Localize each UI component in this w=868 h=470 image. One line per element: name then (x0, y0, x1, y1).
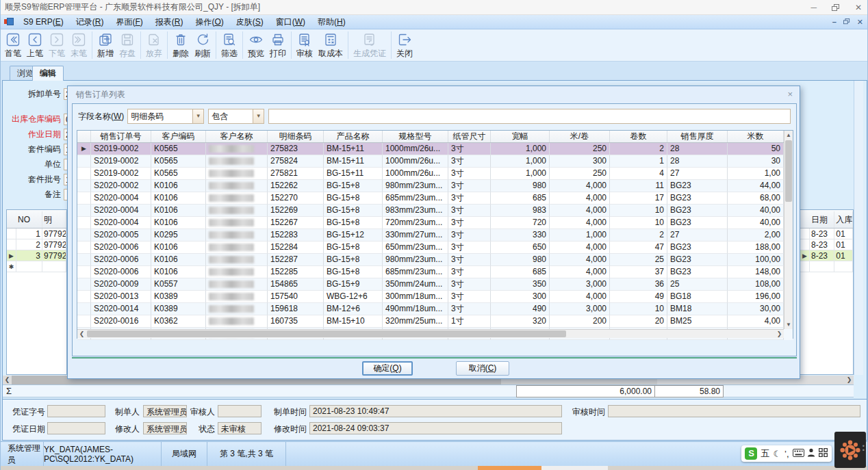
grid-row[interactable]: 8-2301 (800, 229, 853, 239)
toolbar-button-audit[interactable]: 审核 (294, 30, 316, 60)
main-vertical-scrollbar[interactable] (854, 81, 863, 375)
table-row[interactable]: S2020-0014K0389159618BM-12+6490mm/18um..… (77, 303, 793, 315)
cancel-button[interactable]: 取消(C) (456, 361, 509, 376)
filter-operator-select[interactable]: 包含 ▼ (208, 109, 264, 124)
scrollbar-thumb[interactable] (785, 140, 792, 202)
menu-item[interactable]: 操作(O) (189, 15, 229, 29)
grid-row[interactable]: 297792 (7, 239, 66, 250)
table-column-header[interactable]: 宽幅 (491, 131, 550, 142)
table-row[interactable]: S2020-0006K0106152284BG-15+8650mm/23um..… (77, 241, 793, 254)
table-row[interactable]: ▶S2019-0002K0565275823BM-15+111000mm/26u… (77, 143, 793, 155)
table-column-header[interactable]: 客户编码 (151, 131, 206, 142)
keyboard-icon[interactable] (793, 449, 804, 459)
toolbar-button-preview[interactable]: 预览 (245, 30, 267, 60)
table-column-header[interactable]: 产品名称 (324, 131, 383, 142)
moon-icon[interactable]: ☾ (773, 449, 781, 459)
scroll-up-icon[interactable]: ▲ (784, 131, 793, 140)
menu-item[interactable]: 帮助(H) (311, 15, 352, 29)
table-row[interactable]: S2020-0004K0106152267BG-15+8720mm/23um..… (77, 217, 793, 229)
chevron-down-icon[interactable]: ▼ (253, 109, 264, 123)
toolbar-button-label: 刷新 (194, 48, 211, 60)
table-row[interactable]: S2020-0004K0106152270BG-15+8685mm/23um..… (77, 192, 793, 205)
table-column-header[interactable]: 明细条码 (268, 131, 324, 142)
table-column-header[interactable]: 客户名称 (206, 131, 268, 142)
table-column-header[interactable]: 纸管尺寸 (448, 131, 491, 142)
menu-item[interactable]: 皮肤(S) (230, 15, 270, 29)
scroll-right-icon[interactable]: ❯ (775, 330, 784, 338)
menu-item-app[interactable]: S9 ERP(E) (17, 15, 70, 29)
toolbar-button-refresh[interactable]: 刷新 (192, 30, 214, 60)
grid-row[interactable]: ▶397792 (7, 250, 66, 261)
ok-button[interactable]: 确定(Q) (362, 361, 413, 376)
grid-row[interactable]: 197792 (7, 229, 66, 239)
table-row[interactable]: S2020-0016K0362160735BM-15+10320mm/25um.… (77, 315, 793, 328)
table-column-header[interactable]: 销售订单号 (91, 131, 151, 142)
table-row[interactable]: S2019-0002K0565275821BG-15+111000mm/26u.… (77, 168, 793, 180)
table-column-header[interactable]: 米/卷 (550, 131, 610, 142)
grid-row[interactable]: ▶8-2301 (800, 250, 853, 261)
app-tray-logo[interactable]: •• (834, 432, 866, 468)
grid-column-header[interactable]: 入库仓库 (834, 211, 853, 228)
punctuation-icon[interactable]: ’, (784, 449, 789, 459)
taskbar-active-item[interactable] (478, 466, 541, 470)
mdi-minimize-icon[interactable]: – (832, 18, 837, 26)
minimize-icon[interactable]: ─ (810, 0, 817, 15)
scroll-right-icon[interactable]: ❯ (845, 376, 854, 384)
toolbar-button-first-record[interactable]: 首笔 (2, 30, 24, 60)
scrollbar-thumb[interactable] (87, 330, 566, 337)
grid-column-header[interactable]: 明 (42, 211, 66, 228)
toolbar-button-add[interactable]: 新增 (94, 30, 116, 60)
toolbar-button-delete[interactable]: 删除 (170, 30, 192, 60)
table-row[interactable]: S2020-0005K0295152283BG-15+12330mm/27um.… (77, 229, 793, 241)
table-vertical-scrollbar[interactable]: ▲ ▼ (784, 131, 793, 329)
toolbox-icon[interactable] (819, 448, 828, 459)
table-row[interactable]: S2020-0006K0106152285BG-15+8685mm/23um..… (77, 266, 793, 278)
table-cell: 152283 (268, 229, 324, 241)
person-icon[interactable] (807, 448, 815, 459)
grid-column-header[interactable]: 日期 (810, 211, 834, 228)
grid-row[interactable]: 8-2301 (800, 239, 853, 250)
tab-edit[interactable]: 编辑 (32, 66, 64, 81)
table-row[interactable]: S2020-0006K0106152287BG-15+8980mm/23um..… (77, 254, 793, 266)
grid-row[interactable] (800, 261, 853, 272)
table-cell: 37 (610, 266, 667, 278)
menu-item[interactable]: 界面(F) (110, 15, 149, 29)
menu-item[interactable]: 报表(R) (149, 15, 190, 29)
table-row[interactable]: S2019-0002K0565275824BM-15+111000mm/26u.… (77, 155, 793, 168)
toolbar-button-prev-record[interactable]: 上笔 (24, 30, 46, 60)
menu-item[interactable]: 窗口(W) (270, 15, 311, 29)
table-row[interactable]: S2020-0013K0389157540WBG-12+6300mm/18um.… (77, 291, 793, 303)
toolbar-button-print[interactable]: 打印 (267, 30, 289, 60)
chevron-down-icon[interactable]: ▼ (192, 109, 203, 123)
table-row[interactable]: S2020-0009K0557154865BG-15+9350mm/24um..… (77, 278, 793, 291)
close-icon[interactable]: ✕ (855, 0, 862, 15)
menu-item[interactable]: 记录(R) (70, 15, 110, 29)
table-cell: 200 (550, 315, 610, 328)
taskbar-item[interactable] (541, 466, 608, 470)
table-cell: 980mm/23um... (383, 180, 448, 192)
filter-field-select[interactable]: 明细条码 ▼ (127, 109, 204, 124)
toolbar-button-cost[interactable]: 取成本 (316, 30, 346, 60)
table-column-header[interactable]: 销售厚度 (667, 131, 728, 142)
grid-column-header[interactable]: NO (16, 211, 42, 228)
scroll-down-icon[interactable]: ▼ (784, 320, 793, 329)
table-column-header[interactable]: 卷数 (610, 131, 667, 142)
sogou-logo-icon[interactable]: S (745, 447, 757, 460)
table-row[interactable]: S2020-0002K0106152262BG-15+8980mm/23um..… (77, 180, 793, 192)
scroll-left-icon[interactable]: ❮ (3, 376, 12, 384)
mdi-restore-icon[interactable] (843, 18, 850, 26)
table-horizontal-scrollbar[interactable]: ❮ ❯ (77, 329, 784, 338)
dialog-close-icon[interactable]: × (787, 89, 793, 99)
mdi-close-icon[interactable]: ✕ (857, 18, 863, 27)
table-row[interactable]: S2020-0004K0106152269BG-15+8983mm/23um..… (77, 205, 793, 217)
filter-text-input[interactable] (268, 109, 791, 124)
scroll-left-icon[interactable]: ❮ (77, 330, 86, 338)
table-column-header[interactable]: 规格型号 (383, 131, 448, 142)
table-cell: S2020-0002 (91, 180, 151, 192)
restore-icon[interactable] (832, 4, 840, 12)
toolbar-button-close-form[interactable]: 关闭 (394, 30, 416, 60)
grid-row[interactable]: ✱ (7, 261, 66, 272)
toolbar-button-filter[interactable]: 筛选 (218, 30, 240, 60)
wubi-mode-icon[interactable]: 五 (761, 447, 769, 460)
table-column-header[interactable]: 米数 (728, 131, 784, 142)
